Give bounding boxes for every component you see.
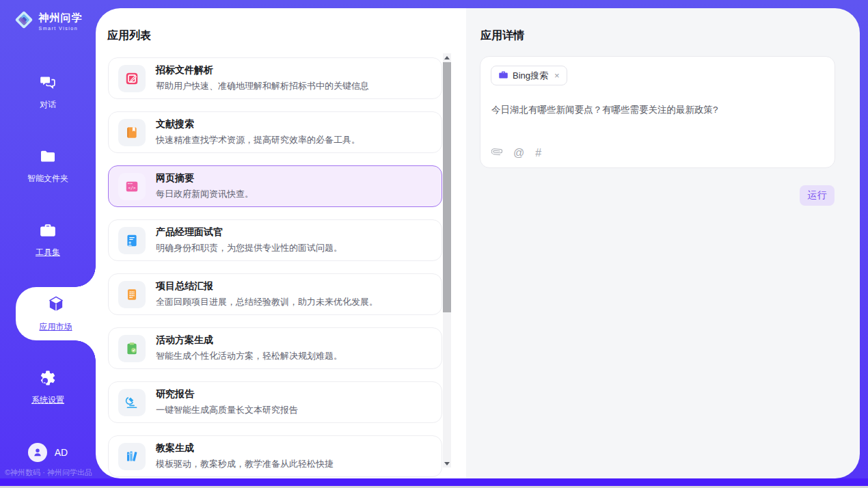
user-row[interactable]: AD — [0, 443, 96, 462]
hash-icon[interactable]: # — [535, 148, 541, 159]
app-card-title: 产品经理面试官 — [156, 226, 342, 239]
app-card-title: 研究报告 — [156, 388, 298, 401]
app-card[interactable]: 活动方案生成智能生成个性化活动方案，轻松解决规划难题。 — [108, 327, 442, 369]
app-card-title: 活动方案生成 — [156, 334, 342, 347]
sidebar-nav: 对话智能文件夹工具集应用市场系统设置 — [0, 66, 96, 435]
app-card-description: 快速精准查找学术资源，提高研究效率的必备工具。 — [156, 134, 360, 146]
app-card-description: 智能生成个性化活动方案，轻松解决规划难题。 — [156, 350, 342, 362]
scrollbar-thumb[interactable] — [443, 62, 451, 312]
app-card-title: 项目总结汇报 — [156, 280, 378, 293]
report-doc-icon — [118, 281, 146, 308]
app-window: { "colors": { "accent": "#5A43F0", "side… — [0, 0, 868, 488]
app-card-description: 帮助用户快速、准确地理解和解析招标书中的关键信息 — [156, 80, 369, 92]
sidebar-item-settings[interactable]: 系统设置 — [0, 361, 96, 414]
app-card[interactable]: 产品经理面试官明确身份和职责，为您提供专业性的面试问题。 — [108, 219, 442, 261]
tool-tag-label: Bing搜索 — [513, 70, 548, 82]
app-card[interactable]: 招标文件解析帮助用户快速、准确地理解和解析招标书中的关键信息 — [108, 57, 442, 99]
paperclip-icon[interactable] — [491, 146, 502, 159]
plan-check-icon — [118, 335, 146, 362]
prompt-card: Bing搜索 × 今日湖北有哪些新闻要点？有哪些需要关注的最新政策? @ # — [480, 56, 835, 168]
app-card[interactable]: 项目总结汇报全面回顾项目进展，总结经验教训，助力未来优化发展。 — [108, 273, 442, 315]
brand-diamond-icon — [14, 10, 34, 33]
interview-doc-icon — [118, 227, 146, 254]
user-name: AD — [55, 447, 68, 458]
briefcase-icon — [39, 221, 57, 241]
svg-text:</>: </> — [128, 185, 136, 190]
app-card[interactable]: 教案生成模板驱动，教案秒成，教学准备从此轻松快捷 — [108, 435, 442, 477]
app-card-description: 全面回顾项目进展，总结经验教训，助力未来优化发展。 — [156, 296, 378, 308]
sidebar-item-smart-folder[interactable]: 智能文件夹 — [0, 139, 96, 193]
book-icon — [118, 119, 146, 146]
scroll-down-icon[interactable] — [443, 460, 451, 467]
app-card-description: 一键智能生成高质量长文本研究报告 — [156, 404, 298, 416]
app-card[interactable]: 文献搜索快速精准查找学术资源，提高研究效率的必备工具。 — [108, 111, 442, 153]
app-card[interactable]: 研究报告一键智能生成高质量长文本研究报告 — [108, 381, 442, 423]
app-card-description: 模板驱动，教案秒成，教学准备从此轻松快捷 — [156, 458, 334, 470]
app-list-title: 应用列表 — [107, 29, 151, 43]
gear-icon — [39, 369, 57, 389]
cube-icon — [46, 295, 66, 316]
microscope-icon — [118, 389, 146, 416]
app-card-title: 招标文件解析 — [156, 64, 369, 77]
chat-icon — [39, 74, 57, 94]
briefcase-icon — [498, 70, 508, 82]
sidebar-item-label: 应用市场 — [40, 321, 72, 333]
sidebar-item-label: 对话 — [40, 99, 56, 111]
app-card-description: 每日政府新闻资讯快查。 — [156, 188, 254, 200]
scroll-up-icon[interactable] — [443, 54, 451, 61]
sidebar-item-app-market[interactable]: 应用市场 — [16, 287, 96, 340]
app-list-panel: 应用列表 招标文件解析帮助用户快速、准确地理解和解析招标书中的关键信息文献搜索快… — [96, 8, 466, 478]
sidebar-item-toolset[interactable]: 工具集 — [0, 213, 96, 267]
app-detail-title: 应用详情 — [480, 29, 524, 43]
brand-subtitle: Smart Vision — [39, 26, 83, 31]
folder-icon — [39, 148, 57, 167]
app-card-description: 明确身份和职责，为您提供专业性的面试问题。 — [156, 242, 342, 254]
sidebar: 神州问学 Smart Vision 对话智能文件夹工具集应用市场系统设置 AD … — [0, 0, 96, 488]
books-icon — [118, 443, 146, 470]
app-card-title: 文献搜索 — [156, 118, 360, 131]
tool-tag-bing-search[interactable]: Bing搜索 × — [491, 66, 567, 85]
app-detail-panel: 应用详情 Bing搜索 × 今日湖北有哪些新闻要点？有哪些需要关注的最新政策? … — [466, 8, 860, 478]
scrollbar[interactable] — [443, 53, 451, 467]
sidebar-item-label: 工具集 — [36, 247, 60, 258]
attachment-toolbar: @ # — [491, 146, 541, 159]
sidebar-item-chat[interactable]: 对话 — [0, 66, 96, 119]
app-card-title: 教案生成 — [156, 442, 334, 455]
bottom-bar — [0, 478, 868, 486]
user-avatar-icon — [28, 443, 47, 462]
run-button[interactable]: 运行 — [800, 185, 835, 206]
sidebar-item-label: 系统设置 — [31, 394, 64, 406]
content-area: 应用列表 招标文件解析帮助用户快速、准确地理解和解析招标书中的关键信息文献搜索快… — [96, 8, 860, 478]
webpage-code-icon: </> — [118, 173, 146, 200]
query-input[interactable]: 今日湖北有哪些新闻要点？有哪些需要关注的最新政策? — [491, 103, 824, 117]
tag-close-icon[interactable]: × — [554, 70, 560, 81]
copyright-text: ©神州数码 · 神州问学出品 — [5, 467, 92, 478]
app-list: 招标文件解析帮助用户快速、准确地理解和解析招标书中的关键信息文献搜索快速精准查找… — [108, 57, 442, 478]
at-mention-icon[interactable]: @ — [513, 148, 524, 159]
sidebar-item-label: 智能文件夹 — [27, 173, 68, 185]
app-card-title: 网页摘要 — [156, 172, 254, 185]
pencil-square-icon — [118, 65, 146, 92]
brand-name: 神州问学 — [39, 12, 83, 25]
brand-logo: 神州问学 Smart Vision — [0, 10, 96, 33]
app-card[interactable]: </>网页摘要每日政府新闻资讯快查。 — [108, 165, 442, 207]
